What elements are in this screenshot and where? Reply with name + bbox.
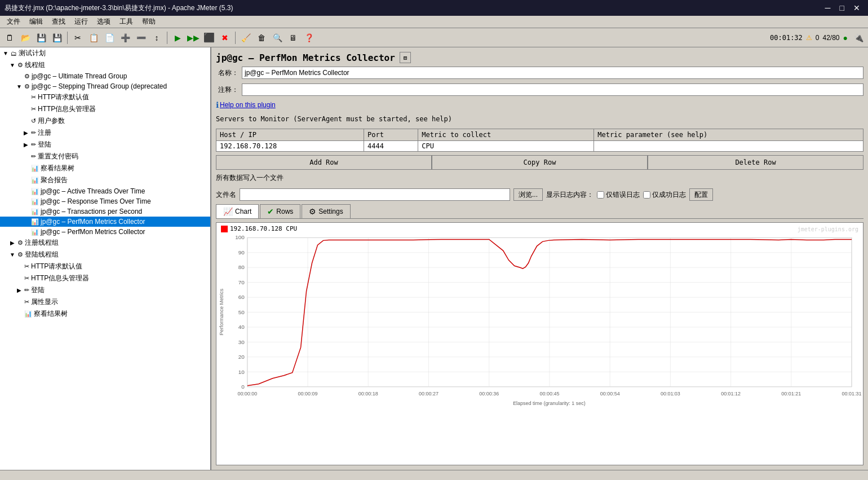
tree-item-stepping[interactable]: ▼ ⚙ jp@gc – Stepping Thread Group (depre…	[0, 81, 210, 91]
shutdown-button[interactable]: ✖	[218, 30, 232, 45]
name-label: 名称：	[216, 68, 238, 78]
tab-settings[interactable]: ⚙ Settings	[302, 204, 350, 218]
clear-button[interactable]: 🧹	[238, 30, 253, 45]
save-as-button[interactable]: 💾	[50, 30, 64, 45]
menu-item-工具[interactable]: 工具	[115, 16, 138, 28]
tree-item-http-header2[interactable]: ✂ HTTP信息头管理器	[0, 272, 210, 284]
stop-button[interactable]: ⬛	[202, 30, 216, 45]
tree-item-perfmon1[interactable]: 📊 jp@gc – PerfMon Metrics Collector	[0, 217, 210, 227]
expand-thread-group[interactable]: ▼	[9, 62, 16, 68]
svg-text:00:00:27: 00:00:27	[419, 391, 439, 397]
tree-label-register-thread: 注册线程组	[25, 238, 59, 248]
maximize-button[interactable]: □	[836, 4, 848, 12]
expand-button[interactable]: ➕	[118, 30, 132, 45]
toggle-button[interactable]: ↕	[149, 30, 164, 45]
expand-test-plan[interactable]: ▼	[2, 50, 9, 56]
expand-login[interactable]: ▶	[23, 142, 29, 148]
menu-item-编辑[interactable]: 编辑	[25, 16, 47, 28]
tree-item-user-param[interactable]: ↺ 用户参数	[0, 115, 210, 127]
menu-item-选项[interactable]: 选项	[92, 16, 115, 28]
tree-item-thread-group[interactable]: ▼ ⚙ 线程组	[0, 59, 210, 71]
config-button[interactable]: 配置	[689, 188, 713, 201]
paste-button[interactable]: 📄	[102, 30, 117, 45]
help-link[interactable]: Help on this plugin	[220, 101, 276, 109]
table-row[interactable]: 192.168.70.1284444CPU	[216, 141, 863, 152]
name-input[interactable]	[242, 67, 863, 79]
tree-item-view-results2[interactable]: 📊 察看结果树	[0, 308, 210, 320]
tree-item-active-threads[interactable]: 📊 jp@gc – Active Threads Over Time	[0, 186, 210, 196]
tree-item-transactions[interactable]: 📊 jp@gc – Transactions per Second	[0, 206, 210, 217]
tree-item-aggregate[interactable]: 📊 聚合报告	[0, 174, 210, 186]
tree-item-login-thread[interactable]: ▼ ⚙ 登陆线程组	[0, 249, 210, 261]
tree-item-test-plan[interactable]: ▼ 🗂 测试计划	[0, 47, 210, 59]
monitor-table: Host / IP Port Metric to collect Metric …	[216, 129, 863, 152]
expand-login-thread[interactable]: ▼	[9, 252, 16, 258]
tree-item-register-thread[interactable]: ▶ ⚙ 注册线程组	[0, 237, 210, 249]
col-port: Port	[364, 129, 418, 141]
clear-all-button[interactable]: 🗑	[254, 30, 269, 45]
save-button[interactable]: 💾	[34, 30, 48, 45]
open-button[interactable]: 📂	[18, 30, 33, 45]
svg-text:60: 60	[238, 294, 245, 300]
svg-text:20: 20	[238, 354, 245, 360]
tree-item-login2[interactable]: ▶ ✏ 登陆	[0, 284, 210, 296]
browse-button[interactable]: 浏览...	[513, 188, 543, 201]
tree-item-http-default[interactable]: ✂ HTTP请求默认值	[0, 91, 210, 103]
success-log-text: 仅成功日志	[652, 190, 686, 200]
error-log-checkbox[interactable]	[597, 191, 604, 199]
new-button[interactable]: 🗒	[2, 30, 17, 45]
file-name-input[interactable]	[240, 188, 510, 201]
error-log-label[interactable]: 仅错误日志	[597, 190, 640, 200]
all-data-label: 所有数据写入一个文件	[216, 174, 284, 182]
copy-row-button[interactable]: Copy Row	[432, 155, 648, 170]
view-results-icon: 📊	[31, 165, 39, 172]
tree-item-attr-display[interactable]: ✂ 属性显示	[0, 296, 210, 308]
col-metric: Metric to collect	[418, 129, 594, 141]
tree-label-view-results2: 察看结果树	[34, 309, 68, 319]
delete-row-button[interactable]: Delete Row	[648, 155, 863, 170]
expand-register[interactable]: ▶	[23, 130, 29, 136]
response-times-icon: 📊	[31, 198, 39, 205]
success-log-checkbox[interactable]	[643, 191, 650, 199]
tree-item-login[interactable]: ▶ ✏ 登陆	[0, 139, 210, 151]
cut-button[interactable]: ✂	[70, 30, 85, 45]
comment-input[interactable]	[242, 83, 863, 96]
menu-bar: 文件编辑查找运行选项工具帮助	[0, 16, 868, 28]
copy-button[interactable]: 📋	[86, 30, 101, 45]
tab-chart[interactable]: 📈 Chart	[216, 204, 259, 218]
svg-text:Elapsed time (granularity: 1 s: Elapsed time (granularity: 1 sec)	[513, 400, 586, 406]
tree-item-ultimate[interactable]: ⚙ jp@gc – Ultimate Thread Group	[0, 71, 210, 81]
tree-item-http-header[interactable]: ✂ HTTP信息头管理器	[0, 103, 210, 115]
help-button[interactable]: ❓	[302, 30, 316, 45]
menu-item-帮助[interactable]: 帮助	[138, 16, 160, 28]
tree-item-response-times[interactable]: 📊 jp@gc – Response Times Over Time	[0, 196, 210, 206]
menu-item-运行[interactable]: 运行	[70, 16, 92, 28]
remote-start-button[interactable]: 🖥	[286, 30, 300, 45]
tree-item-perfmon2[interactable]: 📊 jp@gc – PerfMon Metrics Collector	[0, 227, 210, 237]
expand-stepping[interactable]: ▼	[16, 83, 23, 90]
expand-register-thread[interactable]: ▶	[9, 240, 16, 246]
svg-text:00:00:36: 00:00:36	[479, 391, 499, 397]
menu-item-文件[interactable]: 文件	[2, 16, 25, 28]
close-button[interactable]: ✕	[850, 4, 863, 12]
tree-item-register[interactable]: ▶ ✏ 注册	[0, 127, 210, 139]
success-log-label[interactable]: 仅成功日志	[643, 190, 686, 200]
start-button[interactable]: ▶	[170, 30, 185, 45]
expand-login2[interactable]: ▶	[16, 287, 23, 293]
tree-label-test-plan: 测试计划	[19, 49, 46, 58]
tab-rows[interactable]: ✔ Rows	[260, 204, 300, 218]
toolbar: 🗒 📂 💾 💾 ✂ 📋 📄 ➕ ➖ ↕ ▶ ▶▶ ⬛ ✖ 🧹 🗑 🔍 🖥 ❓ 0…	[0, 28, 868, 47]
panel-header-icon[interactable]: ⊞	[400, 52, 411, 63]
collapse-button[interactable]: ➖	[134, 30, 148, 45]
add-row-button[interactable]: Add Row	[216, 155, 432, 170]
menu-item-查找[interactable]: 查找	[47, 16, 70, 28]
start-no-pause-button[interactable]: ▶▶	[186, 30, 201, 45]
minimize-button[interactable]: ─	[822, 4, 834, 12]
svg-text:00:01:31: 00:01:31	[842, 391, 862, 397]
http-header-icon: ✂	[31, 105, 36, 113]
tree-item-view-results[interactable]: 📊 察看结果树	[0, 162, 210, 174]
search-button[interactable]: 🔍	[270, 30, 285, 45]
tree-item-http-default2[interactable]: ✂ HTTP请求默认值	[0, 261, 210, 272]
remote-btn[interactable]: 🔌	[851, 30, 866, 45]
tree-item-reset-password[interactable]: ✏ 重置支付密码	[0, 151, 210, 162]
